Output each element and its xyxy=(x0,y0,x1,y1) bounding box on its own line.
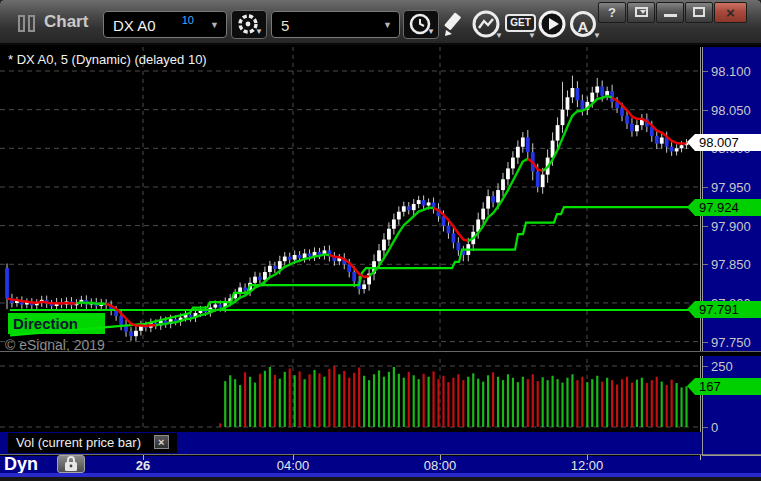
symbol-settings-button[interactable]: ▼ xyxy=(231,10,267,39)
titlebar: Chart DX A0 10 ▼ ▼ 5 ▼ ▼ xyxy=(0,0,761,45)
window-bottom-border xyxy=(0,477,761,481)
chart-series-label: * DX A0, 5 (Dynamic) (delayed 10) xyxy=(8,52,207,67)
chart-plot-area[interactable]: Direction © eSignal, 2019 * DX A0, 5 (Dy… xyxy=(0,47,702,432)
axis-tick xyxy=(703,264,708,265)
axis-tick xyxy=(703,427,708,428)
moving-average-layer xyxy=(7,96,687,326)
axis-tick xyxy=(703,187,708,188)
chevron-down-icon[interactable]: ▼ xyxy=(210,20,219,30)
maximize-icon xyxy=(693,7,705,17)
draw-pencil-button[interactable] xyxy=(440,10,470,40)
tag-arrow-icon xyxy=(687,301,695,318)
chart-window: Chart DX A0 10 ▼ ▼ 5 ▼ ▼ xyxy=(0,0,761,481)
price-tag: 98.007 xyxy=(695,134,761,151)
tag-value: 167 xyxy=(695,378,761,395)
dynamic-mode-label[interactable]: Dyn xyxy=(4,454,38,475)
gridlines-layer xyxy=(0,47,701,430)
maximize-button[interactable] xyxy=(685,2,713,23)
tag-arrow-icon xyxy=(687,378,695,395)
volume-tab-label: Vol (current price bar) xyxy=(16,435,141,450)
interval-combobox[interactable]: 5 ▼ xyxy=(271,11,400,38)
symbol-combobox[interactable]: DX A0 10 ▼ xyxy=(103,11,227,38)
candles-layer xyxy=(5,76,688,341)
symbol-value: DX A0 xyxy=(113,17,156,34)
delay-badge: 10 xyxy=(182,14,194,26)
axis-tick xyxy=(703,110,708,111)
indicator-tab-strip: Vol (current price bar) × xyxy=(0,432,761,455)
volume-indicator-tab[interactable]: Vol (current price bar) × xyxy=(8,433,177,453)
price-tick-label: 98.050 xyxy=(711,103,761,118)
chevron-down-icon: ▼ xyxy=(528,31,536,40)
play-icon xyxy=(538,10,568,40)
price-axis[interactable]: 98.10098.05098.00097.95097.90097.85097.8… xyxy=(702,47,761,432)
axis-tick xyxy=(703,71,708,72)
price-tick-label: 97.850 xyxy=(711,257,761,272)
symbol-a-button[interactable]: A ▼ xyxy=(570,10,600,40)
minimize-button[interactable] xyxy=(656,2,684,23)
tag-value: 97.924 xyxy=(695,199,761,216)
price-tick-label: 97.750 xyxy=(711,335,761,350)
time-label: 12:00 xyxy=(557,458,617,473)
indicator-lines-layer xyxy=(10,207,700,335)
volume-tick-label: 250 xyxy=(711,359,761,374)
chevron-down-icon: ▼ xyxy=(495,31,503,40)
time-tick xyxy=(700,455,701,460)
volume-layer xyxy=(219,366,687,427)
price-tick-label: 97.950 xyxy=(711,180,761,195)
interval-value: 5 xyxy=(281,17,289,34)
candlestick-volume-chart[interactable] xyxy=(0,47,702,432)
price-tick-label: 98.100 xyxy=(711,64,761,79)
time-template-button[interactable]: ▼ xyxy=(403,10,439,39)
axis-tick xyxy=(703,226,708,227)
lock-button[interactable] xyxy=(57,455,85,473)
volume-tag: 167 xyxy=(695,378,761,395)
get-data-button[interactable]: GET ▼ xyxy=(505,10,535,40)
chevron-down-icon: ▼ xyxy=(593,31,601,40)
axis-tick xyxy=(703,366,708,367)
time-label: 04:00 xyxy=(263,458,323,473)
help-button[interactable]: ? xyxy=(598,2,626,23)
time-label: 08:00 xyxy=(410,458,470,473)
close-icon[interactable]: × xyxy=(154,435,169,449)
play-button[interactable] xyxy=(538,10,568,40)
axis-tick xyxy=(703,342,708,343)
lock-icon xyxy=(58,456,84,472)
chevron-down-icon: ▼ xyxy=(255,27,263,36)
price-tag: 97.924 xyxy=(695,199,761,216)
axis-corner-border xyxy=(702,432,761,456)
dock-button[interactable] xyxy=(627,2,655,23)
window-title: Chart xyxy=(44,12,88,32)
tag-value: 98.007 xyxy=(695,134,761,151)
tag-arrow-icon xyxy=(687,134,695,151)
get-label: GET xyxy=(505,14,536,32)
time-label: 26 xyxy=(113,458,173,473)
chevron-down-icon[interactable]: ▼ xyxy=(383,20,392,30)
indicator-insert-button[interactable]: ▼ xyxy=(472,10,502,40)
price-tag: 97.791 xyxy=(695,301,761,318)
status-bar: Dyn 2604:0008:0012:00 xyxy=(0,456,761,473)
chevron-down-icon: ▼ xyxy=(427,27,435,36)
close-button[interactable]: × xyxy=(714,2,747,23)
price-tick-label: 97.900 xyxy=(711,219,761,234)
tag-arrow-icon xyxy=(687,199,695,216)
window-panes-icon xyxy=(18,15,40,32)
dock-icon xyxy=(635,7,648,17)
pencil-icon xyxy=(440,10,470,40)
pane-splitter[interactable] xyxy=(0,351,761,356)
minimize-icon xyxy=(664,14,677,17)
tag-value: 97.791 xyxy=(695,301,761,318)
